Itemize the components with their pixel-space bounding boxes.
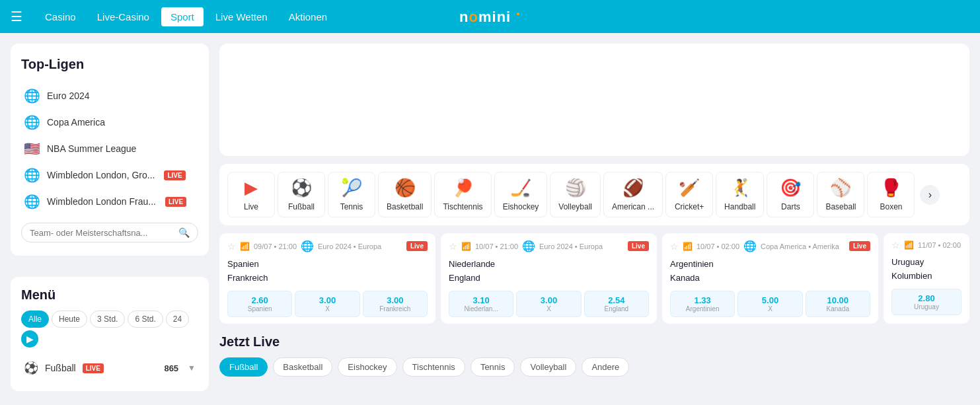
odd-btn-2[interactable]: 3.00 X — [516, 291, 581, 317]
match-card-4: ☆ 📶 11/07 • 02:00 Uruguay Kolumbien 2.80… — [884, 233, 969, 324]
team2-name: Kolumbien — [891, 270, 961, 283]
odd-btn-1[interactable]: 3.10 Niederlan... — [449, 291, 513, 317]
nav-casino[interactable]: Casino — [36, 7, 85, 26]
cat-eishockey[interactable]: 🏒 Eishockey — [494, 172, 548, 217]
odd-value: 1.33 — [673, 295, 732, 305]
volleyball-icon: 🏐 — [565, 178, 586, 198]
match-card-1: ☆ 📶 09/07 • 21:00 🌐 Euro 2024 • Europa L… — [219, 233, 435, 324]
cat-label: Tennis — [340, 202, 363, 211]
star-icon[interactable]: ☆ — [227, 241, 236, 252]
sidebar-item-copa-america[interactable]: 🌐 Copa America — [21, 109, 198, 135]
sidebar-item-wimbledon-gr[interactable]: 🌐 Wimbledon London, Gro... LIVE — [21, 162, 198, 188]
star-icon[interactable]: ☆ — [891, 240, 900, 250]
cat-label: Volleyball — [558, 202, 592, 211]
cricket-icon: 🏏 — [679, 178, 700, 198]
odd-label: X — [519, 305, 578, 313]
filter-heute[interactable]: Heute — [52, 311, 87, 328]
chevron-down-icon: ▼ — [188, 363, 196, 373]
cat-label: Eishockey — [503, 202, 539, 211]
cat-live[interactable]: ▶ Live — [227, 172, 275, 217]
search-input[interactable] — [30, 228, 173, 238]
live-pill: Live — [406, 241, 428, 251]
odd-btn-1[interactable]: 2.80 Uruguay — [891, 289, 961, 315]
odd-label: X — [298, 305, 356, 313]
flag-icon: 🇺🇸 — [24, 141, 40, 157]
odd-btn-3[interactable]: 3.00 Frankreich — [363, 291, 428, 317]
cat-boxen[interactable]: 🥊 Boxen — [867, 172, 915, 217]
cat-american[interactable]: 🏈 American ... — [603, 172, 663, 217]
boxing-icon: 🥊 — [880, 178, 901, 198]
filter-arrow[interactable]: ▶ — [21, 330, 38, 348]
cat-tennis[interactable]: 🎾 Tennis — [328, 172, 375, 217]
matches-row: ☆ 📶 09/07 • 21:00 🌐 Euro 2024 • Europa L… — [219, 233, 969, 324]
filter-3std[interactable]: 3 Std. — [90, 311, 125, 328]
star-icon[interactable]: ☆ — [670, 241, 679, 252]
nav-live-wetten[interactable]: Live Wetten — [206, 7, 277, 26]
odd-label: Niederlan... — [452, 305, 510, 313]
match-teams: Uruguay Kolumbien — [891, 256, 961, 283]
odd-btn-3[interactable]: 10.00 Kanada — [806, 291, 870, 317]
cat-handball[interactable]: 🤾 Handball — [716, 172, 764, 217]
filter-eishockey[interactable]: Eishockey — [338, 357, 396, 377]
cat-label: Fußball — [288, 202, 315, 211]
team2-name: England — [449, 272, 649, 285]
odd-btn-2[interactable]: 3.00 X — [295, 291, 359, 317]
site-logo[interactable]: nomini ● — [459, 7, 521, 26]
baseball-icon: ⚾ — [830, 178, 851, 198]
competition-name: Copa America • Amerika — [761, 242, 839, 250]
odd-value: 2.54 — [587, 295, 646, 305]
competition-icon: 🌐 — [301, 240, 314, 252]
time-filters: Alle Heute 3 Std. 6 Std. 24 ▶ — [21, 311, 198, 348]
star-icon[interactable]: ☆ — [449, 241, 457, 252]
hamburger-icon[interactable]: ☰ — [11, 9, 22, 24]
odd-btn-1[interactable]: 2.60 Spanien — [227, 291, 292, 317]
content-area: ▶ Live ⚽ Fußball 🎾 Tennis 🏀 Basketball 🏓… — [219, 44, 969, 379]
filter-basketball[interactable]: Basketball — [273, 357, 332, 377]
sidebar-item-label: NBA Summer League — [47, 143, 136, 154]
filter-6std[interactable]: 6 Std. — [128, 311, 163, 328]
cat-tischtennis[interactable]: 🏓 Tischtennis — [434, 172, 491, 217]
cat-darts[interactable]: 🎯 Darts — [767, 172, 814, 217]
main-layout: Top-Ligen 🌐 Euro 2024 🌐 Copa America 🇺🇸 … — [0, 33, 980, 402]
football-icon: ⚽ — [291, 178, 312, 198]
signal-icon: 📶 — [683, 242, 693, 251]
sidebar-item-wimbledon-fr[interactable]: 🌐 Wimbledon London Frau... LIVE — [21, 188, 198, 215]
nav-live-casino[interactable]: Live-Casino — [88, 7, 159, 26]
sidebar-item-euro2024[interactable]: 🌐 Euro 2024 — [21, 83, 198, 109]
odd-btn-2[interactable]: 5.00 X — [737, 291, 802, 317]
cat-basketball[interactable]: 🏀 Basketball — [378, 172, 432, 217]
nav-sport[interactable]: Sport — [161, 7, 204, 26]
odd-btn-1[interactable]: 1.33 Argentinien — [670, 291, 735, 317]
menu-fussball[interactable]: ⚽ Fußball LIVE 865 ▼ — [21, 355, 198, 381]
globe-icon: 🌐 — [24, 88, 40, 104]
darts-icon: 🎯 — [780, 178, 801, 198]
odd-value: 2.80 — [895, 293, 958, 303]
sidebar-item-nba[interactable]: 🇺🇸 NBA Summer League — [21, 135, 198, 162]
match-odds: 3.10 Niederlan... 3.00 X 2.54 England — [449, 291, 649, 317]
filter-volleyball[interactable]: Volleyball — [520, 357, 576, 377]
nav-aktionen[interactable]: Aktionen — [280, 7, 336, 26]
filter-24[interactable]: 24 — [166, 311, 189, 328]
odd-value: 3.00 — [366, 295, 424, 305]
scroll-right-button[interactable]: › — [920, 185, 940, 205]
tennis-icon: 🎾 — [341, 178, 362, 198]
live-pill: Live — [849, 241, 870, 251]
menu-title: Menü — [21, 287, 198, 303]
odd-btn-3[interactable]: 2.54 England — [584, 291, 649, 317]
filter-fussball[interactable]: Fußball — [219, 357, 268, 377]
filter-andere[interactable]: Andere — [582, 357, 629, 377]
filter-tischtennis[interactable]: Tischtennis — [402, 357, 465, 377]
sidebar-item-label: Wimbledon London Frau... — [47, 196, 156, 207]
cat-cricket[interactable]: 🏏 Cricket+ — [665, 172, 713, 217]
jetzt-live-title: Jetzt Live — [219, 334, 969, 350]
cat-volleyball[interactable]: 🏐 Volleyball — [550, 172, 601, 217]
odd-label: England — [587, 305, 646, 313]
handball-icon: 🤾 — [730, 178, 751, 198]
odd-value: 5.00 — [741, 295, 799, 305]
filter-tennis[interactable]: Tennis — [471, 357, 515, 377]
cat-fussball[interactable]: ⚽ Fußball — [278, 172, 325, 217]
top-ligen-title: Top-Ligen — [21, 57, 198, 72]
filter-alle[interactable]: Alle — [21, 311, 49, 328]
cat-baseball[interactable]: ⚾ Baseball — [817, 172, 864, 217]
globe-icon: 🌐 — [24, 167, 40, 183]
